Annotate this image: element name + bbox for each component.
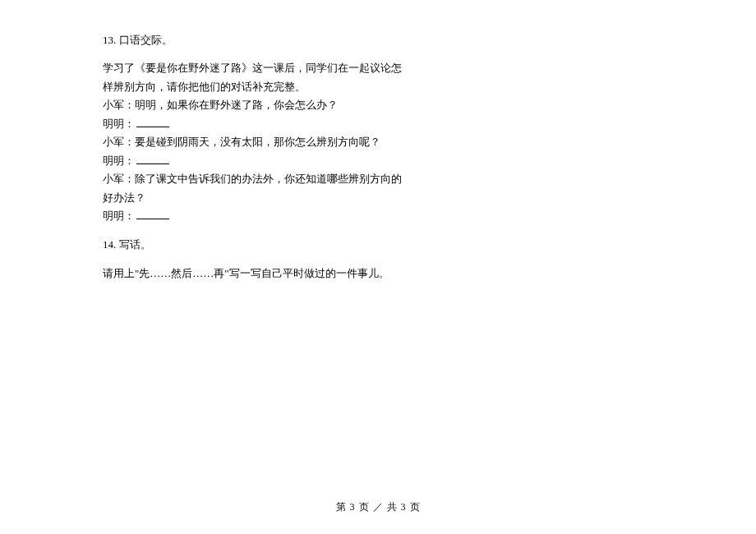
q13-line-8: 好办法？ — [103, 189, 419, 206]
blank-2 — [136, 153, 169, 164]
blank-3 — [136, 208, 169, 219]
page-footer: 第 3 页 ／ 共 3 页 — [0, 499, 756, 516]
q13-line-9-text: 明明： — [103, 209, 135, 222]
question-14-header: 14. 写话。 — [103, 236, 419, 253]
q13-line-7: 小军：除了课文中告诉我们的办法外，你还知道哪些辨别方向的 — [103, 170, 419, 187]
q13-line-2: 样辨别方向，请你把他们的对话补充完整。 — [103, 78, 419, 95]
q13-line-4-text: 明明： — [103, 117, 135, 130]
q13-line-6-text: 明明： — [103, 154, 135, 167]
q13-line-5: 小军：要是碰到阴雨天，没有太阳，那你怎么辨别方向呢？ — [103, 133, 419, 150]
question-13-header: 13. 口语交际。 — [103, 31, 419, 48]
q13-line-9: 明明： — [103, 207, 419, 224]
q13-line-6: 明明： — [103, 152, 419, 169]
q13-line-1: 学习了《要是你在野外迷了路》这一课后，同学们在一起议论怎 — [103, 59, 419, 76]
q14-body: 请用上"先……然后……再"写一写自己平时做过的一件事儿。 — [103, 265, 419, 282]
q13-line-3: 小军：明明，如果你在野外迷了路，你会怎么办？ — [103, 96, 419, 113]
blank-1 — [136, 116, 169, 127]
document-content: 13. 口语交际。 学习了《要是你在野外迷了路》这一课后，同学们在一起议论怎 样… — [0, 0, 419, 282]
q13-line-4: 明明： — [103, 115, 419, 132]
